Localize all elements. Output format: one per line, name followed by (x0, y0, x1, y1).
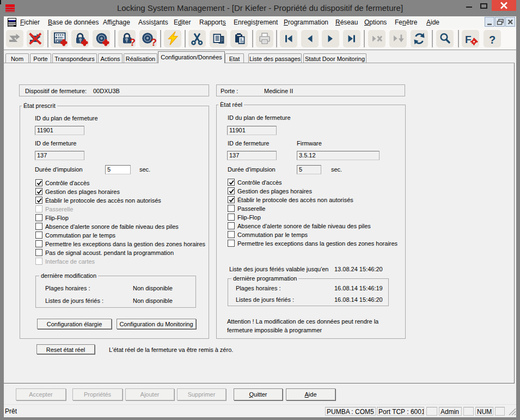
svg-text:?: ? (489, 34, 495, 46)
svg-text:?: ? (130, 36, 136, 47)
svg-text:F: F (465, 34, 472, 45)
svg-text:?: ? (151, 36, 157, 47)
